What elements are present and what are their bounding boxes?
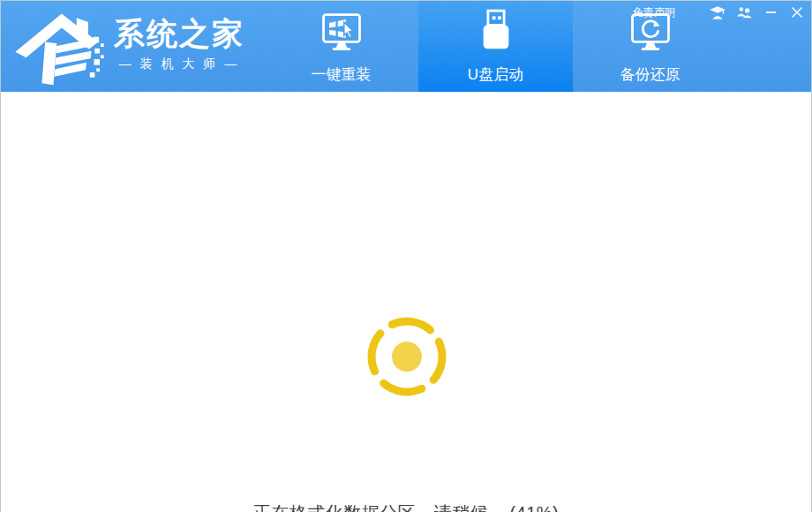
tab-label: U盘启动 (468, 66, 523, 84)
house-logo-icon (15, 7, 105, 87)
app-header: 系统之家 — 装 机 大 师 — (1, 1, 811, 92)
main-content: 正在格式化数据分区，请稍候... (41%) (1, 92, 811, 512)
tab-onekey-reinstall[interactable]: 一键重装 (264, 1, 418, 92)
close-icon (792, 7, 802, 18)
usb-drive-icon (476, 7, 516, 62)
minimize-icon (766, 11, 776, 13)
titlebar-controls: 免责声明 (633, 4, 806, 20)
loading-spinner (361, 311, 453, 403)
app-window: 系统之家 — 装 机 大 师 — (0, 0, 812, 512)
tab-label: 备份还原 (620, 66, 680, 84)
disclaimer-link[interactable]: 免责声明 (633, 5, 675, 20)
app-logo: 系统之家 — 装 机 大 师 — (15, 7, 244, 87)
close-button[interactable] (788, 5, 806, 19)
app-subtitle: — 装 机 大 师 — (114, 56, 244, 72)
users-icon[interactable] (735, 5, 753, 19)
app-title: 系统之家 (114, 16, 244, 51)
graduation-cap-icon[interactable] (709, 5, 726, 19)
tab-label: 一键重装 (312, 66, 372, 84)
monitor-windows-icon (317, 7, 366, 62)
status-text: 正在格式化数据分区，请稍候... (41%) (1, 501, 811, 512)
minimize-button[interactable] (762, 5, 779, 19)
tab-usb-boot[interactable]: U盘启动 (418, 1, 573, 92)
